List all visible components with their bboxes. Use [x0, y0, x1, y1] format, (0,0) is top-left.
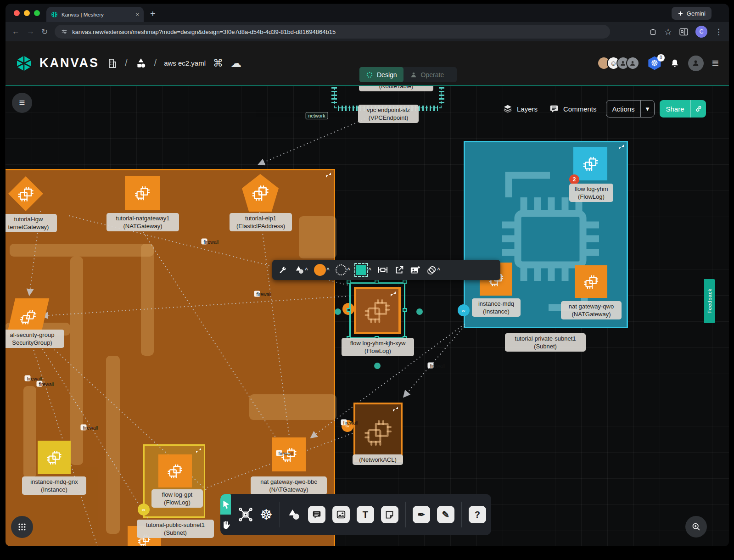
node-label: flow log-gpt (FlowLog): [151, 489, 203, 508]
feedback-tab[interactable]: Feedback: [704, 279, 715, 323]
node-flow-log-yhm[interactable]: 2: [573, 147, 607, 180]
selection-handle[interactable]: [403, 308, 407, 312]
connection-dot[interactable]: [335, 308, 341, 315]
browser-tab[interactable]: Kanvas | Meshery ×: [46, 7, 144, 22]
save-icon[interactable]: [649, 28, 657, 36]
pencil-tool[interactable]: ✎: [437, 506, 454, 523]
browser-menu-icon[interactable]: ⋮: [715, 27, 723, 37]
pen-tool[interactable]: ✒: [413, 506, 430, 523]
kubernetes-context-button[interactable]: ☸ 0: [648, 56, 661, 70]
workspace-shapes-icon[interactable]: [135, 57, 147, 69]
cloud-sync-icon[interactable]: ☁: [230, 57, 241, 70]
actions-dropdown-icon[interactable]: ▾: [640, 101, 654, 117]
count-badge: 2: [569, 174, 579, 185]
bookmark-star-icon[interactable]: ☆: [664, 27, 672, 37]
stroke-style-button[interactable]: ^: [336, 264, 350, 275]
dashed-circle-icon: [336, 264, 347, 275]
minimize-window-button[interactable]: [24, 10, 30, 16]
node-flow-log-gpt[interactable]: [158, 454, 192, 487]
dock-divider: [280, 502, 280, 527]
shortcuts-icon[interactable]: ⌘: [213, 57, 223, 69]
component-tool[interactable]: [238, 507, 253, 522]
selection-frame: [349, 282, 405, 339]
node-instance-mdq-gnx[interactable]: [38, 441, 71, 474]
help-tool[interactable]: ?: [469, 506, 486, 523]
shapes-tool-button[interactable]: ^: [294, 265, 308, 275]
note-tool[interactable]: [381, 506, 398, 523]
subnet-link-handle[interactable]: [458, 304, 470, 316]
shapes-tool[interactable]: [287, 508, 301, 522]
notifications-bell-icon[interactable]: [670, 58, 680, 69]
forward-button[interactable]: →: [27, 27, 34, 36]
site-info-icon[interactable]: [61, 28, 67, 35]
select-cursor-tool[interactable]: [220, 494, 231, 515]
hand-icon: [220, 520, 231, 530]
text-tool[interactable]: T: [357, 506, 374, 523]
apps-grid-button[interactable]: [11, 516, 33, 538]
share-button[interactable]: Share: [660, 100, 706, 118]
open-in-new-icon[interactable]: [394, 265, 404, 275]
comment-tool[interactable]: [308, 506, 325, 523]
design-file-name[interactable]: aws ec2.yaml: [164, 59, 206, 67]
selection-handle[interactable]: [347, 280, 351, 284]
resize-width-icon[interactable]: [377, 265, 388, 274]
collapse-icon[interactable]: [619, 145, 624, 150]
kanvas-logo-icon[interactable]: [16, 55, 32, 72]
chip-icon: [16, 306, 40, 327]
maximize-window-button[interactable]: [34, 10, 40, 16]
tab-close-icon[interactable]: ×: [135, 11, 139, 18]
collapse-icon[interactable]: [196, 448, 201, 453]
operate-mode-icon: [410, 71, 417, 78]
sidebar-search-icon[interactable]: [679, 28, 688, 36]
tab-design[interactable]: Design: [359, 67, 403, 82]
organization-icon[interactable]: [106, 58, 118, 69]
canvas-menu-button[interactable]: ≡: [12, 93, 32, 113]
design-label: Design: [377, 71, 397, 78]
add-image-icon[interactable]: [410, 265, 420, 275]
shapes-icon: [294, 265, 305, 275]
node-label: al-security-group SecurityGroup): [6, 330, 64, 348]
selection-handle[interactable]: [347, 308, 351, 312]
tab-operate[interactable]: Operate: [403, 67, 451, 82]
layers-button[interactable]: Layers: [503, 104, 538, 114]
collaborator-avatar[interactable]: [626, 56, 639, 70]
back-button[interactable]: ←: [12, 27, 20, 36]
node-tutorial-natgateway1[interactable]: [125, 176, 160, 210]
header-menu-icon[interactable]: ≡: [712, 56, 719, 70]
lasso-tool-button[interactable]: ^: [426, 265, 440, 275]
gemini-button[interactable]: Gemini: [672, 7, 712, 20]
collapse-icon[interactable]: [393, 407, 398, 412]
browser-profile-avatar[interactable]: C: [695, 26, 707, 38]
context-toolbar: ^ ^ ^ ^ ^: [272, 260, 500, 280]
fill-color-button[interactable]: ^: [314, 264, 330, 276]
user-avatar[interactable]: [688, 56, 704, 71]
url-field[interactable]: kanvas.new/extension/meshmap?mode=design…: [55, 25, 610, 39]
image-tool[interactable]: [332, 506, 350, 523]
actions-label: Actions: [606, 105, 640, 113]
meshery-favicon: [51, 11, 58, 18]
node-networkacl[interactable]: [353, 403, 403, 462]
collapse-icon[interactable]: [326, 173, 331, 178]
connection-dot[interactable]: [416, 308, 423, 315]
area-style-button[interactable]: ^: [356, 265, 371, 275]
zoom-button[interactable]: [685, 516, 707, 538]
flowlog-gpt-link-handle[interactable]: [138, 504, 150, 515]
chevron-up-icon: ^: [347, 267, 350, 273]
connection-dot[interactable]: [374, 363, 381, 369]
actions-button[interactable]: Actions ▾: [606, 100, 655, 118]
selection-handle[interactable]: [375, 280, 379, 284]
layers-label: Layers: [517, 105, 538, 113]
kubernetes-tool[interactable]: ☸: [260, 506, 273, 523]
comments-button[interactable]: Comments: [549, 104, 597, 114]
close-window-button[interactable]: [14, 10, 20, 16]
design-canvas[interactable]: 2tutorial-igw ternetGateway)tutorial-nat…: [6, 85, 729, 546]
selection-handle[interactable]: [403, 280, 407, 284]
magnifier-plus-icon: [691, 522, 701, 532]
tools-wrench-icon[interactable]: [279, 265, 288, 275]
node-nat-gateway-qwo[interactable]: [575, 265, 607, 298]
reload-button[interactable]: ↻: [41, 27, 48, 37]
chip-icon: [360, 410, 396, 454]
new-tab-button[interactable]: +: [150, 9, 156, 19]
pan-hand-tool[interactable]: [220, 515, 231, 535]
share-link-icon[interactable]: [690, 100, 706, 118]
